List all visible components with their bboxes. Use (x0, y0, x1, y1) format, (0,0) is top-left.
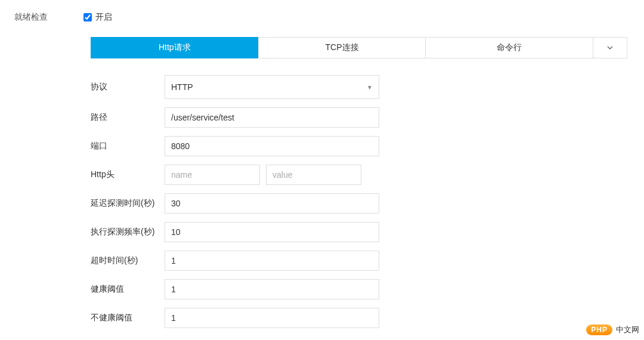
http-header-value-input[interactable] (266, 165, 361, 185)
timeout-input[interactable] (165, 251, 379, 271)
http-header-label: Http头 (91, 169, 165, 180)
period-label: 执行探测频率(秒) (91, 227, 165, 237)
probe-tabs: Http请求 TCP连接 命令行 (91, 37, 627, 58)
tab-expand[interactable] (593, 37, 627, 58)
http-header-name-input[interactable] (165, 165, 260, 185)
php-badge: PHP (586, 324, 612, 335)
section-label: 就绪检查 (0, 12, 83, 23)
initial-delay-input[interactable] (165, 193, 379, 214)
tab-tcp[interactable]: TCP连接 (258, 37, 426, 58)
port-label: 端口 (91, 141, 165, 152)
protocol-select[interactable]: HTTP ▼ (165, 75, 379, 99)
enable-checkbox[interactable] (83, 13, 92, 21)
healthy-threshold-input[interactable] (165, 279, 379, 299)
enable-label: 开启 (95, 12, 112, 23)
enable-checkbox-wrap[interactable]: 开启 (83, 12, 632, 23)
tab-cmd[interactable]: 命令行 (425, 37, 593, 58)
chevron-down-icon (606, 44, 614, 51)
dropdown-arrow-icon: ▼ (367, 84, 373, 91)
path-label: 路径 (91, 112, 165, 123)
unhealthy-threshold-input[interactable] (165, 308, 379, 328)
timeout-label: 超时时间(秒) (91, 255, 165, 266)
port-input[interactable] (165, 136, 379, 156)
watermark-text: 中文网 (616, 324, 639, 335)
protocol-label: 协议 (91, 82, 165, 92)
unhealthy-threshold-label: 不健康阈值 (91, 313, 165, 323)
protocol-value: HTTP (171, 82, 193, 92)
tab-http[interactable]: Http请求 (91, 37, 258, 58)
initial-delay-label: 延迟探测时间(秒) (91, 198, 165, 209)
healthy-threshold-label: 健康阈值 (91, 284, 165, 295)
watermark: PHP 中文网 (586, 324, 639, 335)
period-input[interactable] (165, 222, 379, 242)
path-input[interactable] (165, 107, 379, 128)
